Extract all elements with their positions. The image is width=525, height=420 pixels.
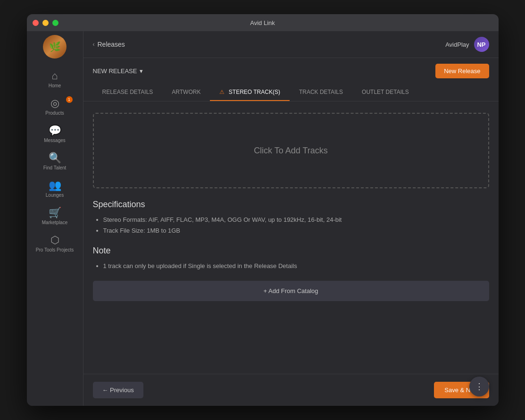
messages-icon: 💬	[49, 126, 61, 136]
new-release-text: NEW RELEASE	[93, 67, 137, 75]
sidebar-item-lounges[interactable]: 👥 Lounges	[27, 176, 83, 203]
specifications-heading: Specifications	[93, 200, 489, 210]
top-bar-right: AvidPlay NP	[445, 37, 489, 52]
previous-button[interactable]: ← Previous	[93, 382, 143, 398]
spec-item-2: Track File Size: 1MB to 1GB	[103, 225, 489, 236]
specifications-section: Specifications Stereo Formats: AIF, AIFF…	[93, 200, 489, 236]
sidebar-label-products: Products	[45, 110, 64, 116]
close-button[interactable]	[33, 20, 39, 26]
marketplace-icon: 🛒	[49, 208, 61, 218]
app-window: Avid Link 🌿 ⌂ Home ◎ Products 1 💬 Messag…	[27, 14, 499, 406]
content-area: Click To Add Tracks Specifications Stere…	[83, 101, 499, 374]
sidebar-label-find-talent: Find Talent	[43, 165, 67, 171]
tab-stereo-tracks[interactable]: ⚠ STEREO TRACK(S)	[210, 84, 289, 101]
sidebar-item-home[interactable]: ⌂ Home	[27, 66, 83, 93]
sidebar-item-products[interactable]: ◎ Products 1	[27, 93, 83, 121]
tab-outlet-details-label: OUTLET DETAILS	[362, 89, 409, 95]
tab-release-details-label: RELEASE DETAILS	[102, 89, 153, 95]
app-body: 🌿 ⌂ Home ◎ Products 1 💬 Messages 🔍 Find …	[27, 31, 499, 406]
title-bar: Avid Link	[27, 14, 499, 31]
products-badge: 1	[66, 96, 73, 103]
sidebar-label-marketplace: Marketplace	[42, 220, 67, 226]
tab-artwork[interactable]: ARTWORK	[162, 84, 210, 101]
note-heading: Note	[93, 246, 489, 256]
tabs-bar: RELEASE DETAILS ARTWORK ⚠ STEREO TRACK(S…	[83, 84, 499, 101]
avidplay-label: AvidPlay	[445, 41, 469, 48]
drop-zone-text: Click To Add Tracks	[254, 146, 328, 156]
tab-outlet-details[interactable]: OUTLET DETAILS	[352, 84, 418, 101]
tab-warning-icon: ⚠	[219, 89, 225, 95]
new-release-label[interactable]: NEW RELEASE ▾	[93, 67, 143, 75]
track-drop-zone[interactable]: Click To Add Tracks	[93, 113, 489, 188]
breadcrumb-chevron: ‹	[93, 41, 95, 48]
note-section: Note 1 track can only be uploaded if Sin…	[93, 246, 489, 271]
window-title: Avid Link	[250, 19, 275, 26]
tab-release-details[interactable]: RELEASE DETAILS	[93, 84, 163, 101]
find-talent-icon: 🔍	[49, 153, 61, 163]
sidebar-label-lounges: Lounges	[46, 193, 64, 198]
add-from-catalog-button[interactable]: + Add From Catalog	[93, 281, 489, 301]
sidebar: 🌿 ⌂ Home ◎ Products 1 💬 Messages 🔍 Find …	[27, 31, 83, 406]
breadcrumb[interactable]: ‹ Releases	[93, 41, 125, 48]
new-release-button[interactable]: New Release	[435, 64, 489, 78]
sub-bar: NEW RELEASE ▾ New Release	[83, 58, 499, 84]
sidebar-label-pro-tools: Pro Tools Projects	[36, 247, 74, 253]
home-icon: ⌂	[51, 71, 58, 81]
sidebar-item-marketplace[interactable]: 🛒 Marketplace	[27, 203, 83, 230]
sidebar-item-pro-tools[interactable]: ⬡ Pro Tools Projects	[27, 230, 83, 258]
tab-stereo-tracks-label: STEREO TRACK(S)	[229, 89, 280, 95]
bottom-bar: ← Previous Save & Next	[83, 374, 499, 406]
tab-track-details-label: TRACK DETAILS	[299, 89, 343, 95]
note-list: 1 track can only be uploaded if Single i…	[93, 260, 489, 271]
maximize-button[interactable]	[52, 20, 58, 26]
main-content: ‹ Releases AvidPlay NP NEW RELEASE ▾ New…	[83, 31, 499, 406]
minimize-button[interactable]	[42, 20, 49, 26]
breadcrumb-label: Releases	[98, 41, 125, 48]
tab-track-details[interactable]: TRACK DETAILS	[290, 84, 352, 101]
avidplay-avatar[interactable]: NP	[474, 37, 489, 52]
specifications-list: Stereo Formats: AIF, AIFF, FLAC, MP3, M4…	[93, 214, 489, 236]
avatar[interactable]: 🌿	[43, 35, 67, 59]
sidebar-label-home: Home	[49, 83, 61, 89]
tab-artwork-label: ARTWORK	[172, 89, 200, 95]
note-item-1: 1 track can only be uploaded if Single i…	[103, 260, 489, 271]
sidebar-item-find-talent[interactable]: 🔍 Find Talent	[27, 148, 83, 176]
sidebar-item-messages[interactable]: 💬 Messages	[27, 121, 83, 148]
top-bar: ‹ Releases AvidPlay NP	[83, 31, 499, 58]
pro-tools-icon: ⬡	[50, 235, 59, 245]
products-icon: ◎	[50, 98, 59, 109]
traffic-lights	[33, 20, 58, 26]
fab-button[interactable]: ⋮	[469, 377, 489, 396]
spec-item-1: Stereo Formats: AIF, AIFF, FLAC, MP3, M4…	[103, 214, 489, 225]
dropdown-chevron-icon: ▾	[140, 67, 143, 75]
sidebar-label-messages: Messages	[44, 138, 66, 143]
lounges-icon: 👥	[49, 180, 61, 191]
